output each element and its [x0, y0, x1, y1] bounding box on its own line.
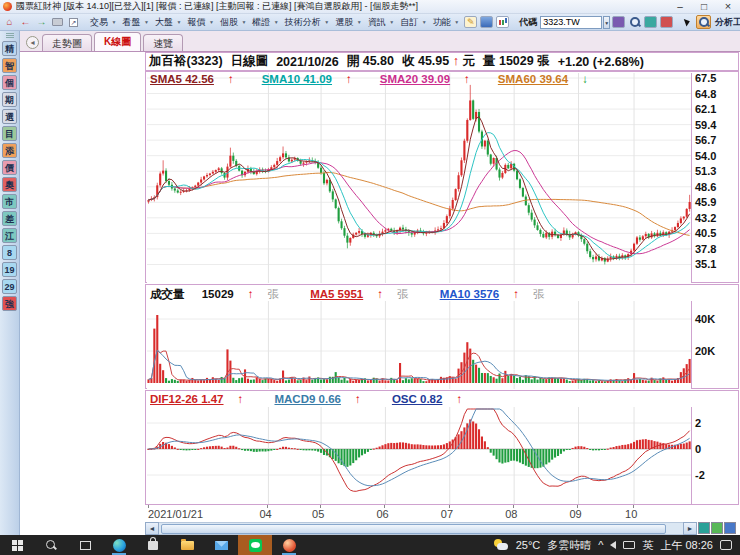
- sidebar-item[interactable]: 精: [2, 41, 17, 56]
- back-button[interactable]: ←: [18, 15, 33, 29]
- network-icon[interactable]: [623, 541, 635, 549]
- menu-item[interactable]: 選股 ▼: [332, 15, 364, 30]
- corner-widget-icon[interactable]: [711, 522, 723, 534]
- sidebar-item[interactable]: 智: [2, 58, 17, 73]
- scroll-thumb[interactable]: [161, 524, 666, 534]
- sidebar-item[interactable]: 個: [2, 75, 17, 90]
- sidebar-item[interactable]: 添: [2, 143, 17, 158]
- up-arrow-icon: ↑: [453, 54, 459, 68]
- sidebar-item[interactable]: 8: [2, 245, 17, 260]
- magnifier-icon: [698, 16, 710, 28]
- store-button[interactable]: [136, 535, 170, 555]
- start-button[interactable]: [0, 535, 34, 555]
- sidebar-item[interactable]: 市: [2, 194, 17, 209]
- weather-icon[interactable]: [494, 539, 509, 551]
- left-sidebar: 精智個期選目添價奧市差江81929強: [0, 31, 20, 535]
- mail-button[interactable]: [204, 535, 238, 555]
- search-button[interactable]: [627, 15, 642, 29]
- print-button[interactable]: [50, 15, 65, 29]
- alert-button[interactable]: [659, 15, 674, 29]
- menu-item[interactable]: 大盤 ▼: [152, 15, 184, 30]
- menu-item[interactable]: 權證 ▼: [249, 15, 281, 30]
- save-button[interactable]: [479, 15, 494, 29]
- horizontal-scrollbar: ◄ ►: [145, 522, 739, 535]
- taskbar: 25°C 多雲時晴 ^ 英 上午 08:26: [0, 535, 740, 555]
- menu-item[interactable]: 自訂 ▼: [397, 15, 429, 30]
- sidebar-drag-handle[interactable]: [6, 33, 14, 38]
- file-explorer-button[interactable]: [170, 535, 204, 555]
- code-dropdown-button[interactable]: ▼: [603, 16, 610, 29]
- home-icon: ⌂: [6, 16, 12, 28]
- task-view-button[interactable]: [68, 535, 102, 555]
- scroll-left-button[interactable]: ◄: [145, 522, 159, 535]
- menu-item[interactable]: 個股 ▼: [217, 15, 249, 30]
- edit-button[interactable]: ✎: [463, 15, 478, 29]
- watch-button[interactable]: [611, 15, 626, 29]
- tab-kline-chart[interactable]: K線圖: [94, 32, 141, 51]
- tab-trend-chart[interactable]: 走勢圖: [42, 34, 92, 51]
- menu-item[interactable]: 報價 ▼: [184, 15, 216, 30]
- sidebar-item[interactable]: 差: [2, 211, 17, 226]
- clock-label[interactable]: 上午 08:26: [660, 538, 713, 553]
- stock-app-button[interactable]: [272, 535, 306, 555]
- x-axis-month-label: 10: [625, 508, 637, 520]
- minimize-button[interactable]: –: [668, 0, 692, 13]
- sidebar-item[interactable]: 奧: [2, 177, 17, 192]
- volume-panel: 成交量 15029↑張 MA5 5951↑張 MA10 3576↑張 40K20…: [145, 284, 739, 389]
- sidebar-item[interactable]: 期: [2, 92, 17, 107]
- x-axis-month-label: 04: [259, 508, 271, 520]
- home-button[interactable]: ⌂: [2, 15, 17, 29]
- tab-quick-view[interactable]: 速覽: [143, 34, 183, 51]
- line-app-button[interactable]: [238, 535, 272, 555]
- speaker-icon[interactable]: [610, 541, 616, 549]
- weather-label[interactable]: 多雲時晴: [547, 538, 591, 553]
- menu-item[interactable]: 看盤 ▼: [119, 15, 151, 30]
- maximize-button[interactable]: □: [692, 0, 716, 13]
- edge-icon: [113, 539, 126, 552]
- line-icon: [249, 539, 262, 552]
- axis-tick-label: 35.1: [695, 258, 716, 270]
- menu-item[interactable]: 功能 ▼: [430, 15, 462, 30]
- ime-label[interactable]: 英: [642, 538, 653, 553]
- notification-icon[interactable]: [720, 540, 732, 550]
- chart-button[interactable]: [495, 15, 510, 29]
- sidebar-item[interactable]: 強: [2, 296, 17, 311]
- corner-widget-icon[interactable]: [724, 522, 736, 534]
- mail-icon: [215, 541, 228, 550]
- taskbar-search-button[interactable]: [34, 535, 68, 555]
- corner-widget-icon[interactable]: [698, 522, 710, 534]
- analysis-tools-menu[interactable]: 分析工具 ▼: [712, 15, 740, 30]
- search-icon: [46, 540, 57, 551]
- sidebar-item[interactable]: 目: [2, 126, 17, 141]
- sidebar-item[interactable]: 江: [2, 228, 17, 243]
- pointer-tool-button[interactable]: [680, 15, 695, 29]
- forward-button[interactable]: →: [34, 15, 49, 29]
- close-label: 收 45.95 ↑ 元: [402, 53, 475, 70]
- popout-button[interactable]: ↗: [66, 15, 81, 29]
- close-button[interactable]: ×: [716, 0, 740, 13]
- tray-expand-button[interactable]: ^: [598, 539, 603, 551]
- windows-logo-icon: [12, 540, 23, 551]
- sidebar-item[interactable]: 29: [2, 279, 17, 294]
- quote-button[interactable]: [643, 15, 658, 29]
- edge-button[interactable]: [102, 535, 136, 555]
- menu-item[interactable]: 資訊 ▼: [365, 15, 397, 30]
- x-axis-month-label: 05: [312, 508, 324, 520]
- macd-legend: DIF12-26 1.47↑ MACD9 0.66↑ OSC 0.82↑: [150, 393, 490, 405]
- sidebar-item[interactable]: 19: [2, 262, 17, 277]
- sidebar-item[interactable]: 價: [2, 160, 17, 175]
- scroll-right-button[interactable]: ►: [683, 522, 697, 535]
- stock-app-icon: [283, 539, 296, 552]
- scroll-track[interactable]: [159, 522, 683, 535]
- tab-nav-button[interactable]: ◂: [26, 36, 39, 49]
- cursor-icon: [684, 17, 691, 26]
- stock-code-input[interactable]: [540, 16, 602, 29]
- menu-item[interactable]: 交易 ▼: [87, 15, 119, 30]
- menu-item[interactable]: 技術分析 ▼: [282, 15, 332, 30]
- temperature-label[interactable]: 25°C: [516, 539, 541, 551]
- search-icon: [629, 16, 641, 28]
- sidebar-item[interactable]: 選: [2, 109, 17, 124]
- zoom-tool-button[interactable]: [696, 15, 711, 29]
- binoculars-icon: [612, 16, 625, 28]
- back-icon: ←: [21, 16, 31, 28]
